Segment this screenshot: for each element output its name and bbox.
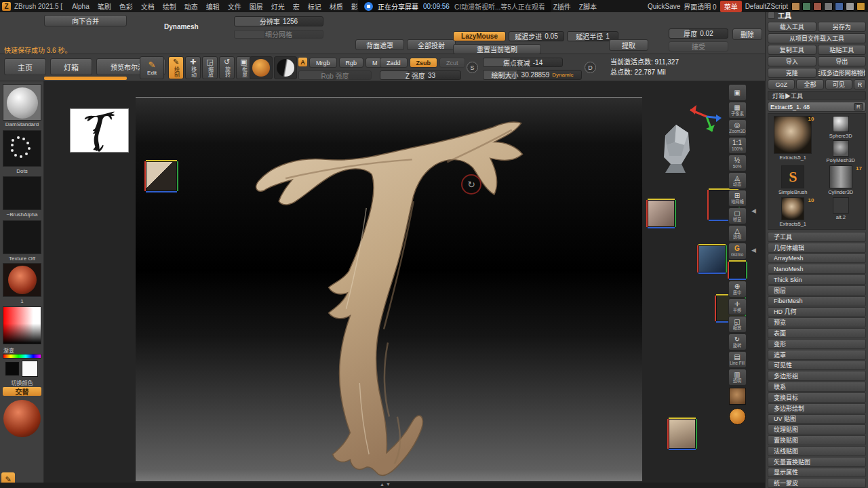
quicksave-button[interactable]: QuickSave	[648, 3, 680, 10]
tool-section-20[interactable]: 法线贴图	[768, 446, 866, 456]
tool-section-22[interactable]: 显示属性	[768, 468, 866, 478]
rotate-tool-icon[interactable]: ↺旋转	[219, 56, 235, 79]
zadd-button[interactable]: Zadd	[380, 58, 408, 68]
menu-item-4[interactable]: 绘制	[159, 1, 180, 12]
tool-section-8[interactable]: 预览	[768, 317, 866, 327]
canvas-scroll-arrows[interactable]: ▲▼	[380, 482, 392, 487]
lazy-step-slider[interactable]: 延迟步进0.05	[509, 31, 564, 41]
tool-thumb-sphere3d[interactable]: Sphere3D	[818, 116, 864, 139]
stroke-curve-icon[interactable]: S	[467, 62, 478, 73]
texture-slot-thumb[interactable]	[729, 262, 746, 279]
tool-section-2[interactable]: ArrayMesh	[768, 253, 866, 264]
copy-tool-button[interactable]: 复制工具	[768, 45, 816, 55]
zscript-name[interactable]: DefaultZScript	[745, 3, 788, 10]
tool-section-12[interactable]: 可见性	[768, 361, 866, 371]
active-tool-r-button[interactable]: R	[854, 103, 863, 110]
secondary-color-swatch[interactable]	[22, 361, 38, 377]
spotlight-thumb-6[interactable]	[669, 419, 696, 449]
current-material-button[interactable]	[250, 56, 273, 79]
lightbox-drag-bar[interactable]	[44, 77, 127, 80]
goz-button[interactable]: GoZ	[768, 79, 795, 89]
document-canvas[interactable]: ↻	[136, 97, 642, 481]
persp-icon[interactable]: △透视	[728, 225, 747, 242]
tool-thumb-extract-2[interactable]: 10 Extracts5_1	[770, 197, 816, 227]
sphere-slot-thumb[interactable]	[729, 408, 746, 425]
goz-visible-button[interactable]: 可见	[825, 79, 852, 89]
menu-item-6[interactable]: 编辑	[202, 1, 224, 12]
hue-strip[interactable]	[3, 354, 41, 359]
tool-section-11[interactable]: 遮罩	[768, 350, 866, 360]
lazymouse-button[interactable]: LazyMouse	[453, 31, 506, 41]
current-brush-thumb[interactable]	[3, 84, 41, 121]
extract-button[interactable]: 提取	[609, 39, 648, 51]
tool-section-0[interactable]: 子工具	[768, 232, 866, 242]
tool-section-21[interactable]: 矢量置换贴图	[768, 457, 866, 467]
transparency-icon[interactable]: ▥透明	[728, 369, 747, 386]
delete-button[interactable]: 删除	[732, 28, 762, 40]
center-icon[interactable]: ⊕居中	[728, 281, 747, 298]
focal-shift-slider[interactable]: 焦点衰减-14	[483, 58, 563, 67]
current-color-button[interactable]	[274, 56, 297, 79]
alpha-icon[interactable]	[846, 2, 854, 11]
alpha-preview-thumb[interactable]	[70, 108, 129, 152]
load-from-project-button[interactable]: 从项目文件载入工具	[768, 33, 866, 43]
goz-r-button[interactable]: R	[854, 79, 866, 89]
rotate-view-icon[interactable]: ↻旋转	[728, 333, 747, 350]
material-slot-thumb[interactable]	[729, 388, 746, 405]
tool-section-4[interactable]: Thick Skin	[768, 274, 866, 285]
tool-section-7[interactable]: HD 几何	[768, 307, 866, 317]
import-button[interactable]: 导入	[768, 56, 816, 66]
zcut-button[interactable]: Zcut	[439, 58, 465, 68]
gradient-icon[interactable]	[824, 2, 833, 11]
clone-button[interactable]: 克隆	[768, 68, 816, 78]
subpixel-icon[interactable]: ▦子像素	[728, 102, 747, 119]
tool-section-9[interactable]: 表面	[768, 328, 866, 338]
menu-item-11[interactable]: 标记	[304, 1, 326, 12]
lightbox-button[interactable]: 灯箱	[50, 58, 92, 75]
draw-tool-icon[interactable]: ✎绘制	[168, 56, 184, 79]
reset-brush-button[interactable]: 重置当前笔刷	[453, 44, 541, 54]
scale-tool-icon[interactable]: ◲缩放	[202, 56, 218, 79]
tool-section-1[interactable]: 几何体编辑	[768, 243, 866, 253]
tool-thumb-simplebrush[interactable]: S SimpleBrush	[770, 165, 816, 195]
doc-icon[interactable]	[856, 2, 865, 11]
menu-item-2[interactable]: 色彩	[115, 1, 137, 12]
zsub-button[interactable]: Zsub	[410, 58, 438, 68]
panel-collapse-arrow-1[interactable]: ◀	[751, 207, 756, 214]
panel-collapse-arrow-2[interactable]: ◀	[751, 247, 756, 253]
tool-thumb-polymesh3d[interactable]: PolyMesh3D	[818, 140, 864, 163]
subdivide-slider[interactable]: 细分网格	[234, 30, 323, 39]
menu-item-12[interactable]: 材质	[326, 1, 347, 12]
menu-item-8[interactable]: 图层	[245, 1, 267, 12]
make-polymesh3d-button[interactable]: 生成多边形网格物体	[818, 68, 867, 78]
ui-opacity-label[interactable]: 界面透明 0	[684, 1, 716, 12]
tool-section-10[interactable]: 变形	[768, 339, 866, 349]
tool-section-17[interactable]: UV 贴图	[768, 414, 866, 424]
tool-thumb-cylinder3d[interactable]: 17 Cylinder3D	[818, 165, 864, 195]
zoom3d-icon[interactable]: ◎Zoom3D	[728, 119, 747, 136]
current-alpha-thumb[interactable]	[3, 176, 41, 210]
material-icon[interactable]	[813, 2, 822, 11]
accept-button[interactable]: 接受	[669, 41, 728, 52]
menu-item-10[interactable]: 宏	[289, 1, 304, 12]
tool-section-13[interactable]: 多边形组	[768, 371, 866, 381]
tool-section-18[interactable]: 纹理贴图	[768, 424, 866, 434]
menu-item-22[interactable]: Z插件	[549, 1, 575, 12]
texture-icon[interactable]	[835, 2, 844, 11]
spotlight-thumb-2[interactable]	[648, 200, 675, 227]
goz-all-button[interactable]: 全部	[796, 79, 823, 89]
spotlight-thumb-4[interactable]	[698, 245, 726, 272]
menu-item-3[interactable]: 文档	[137, 1, 159, 12]
tool-section-6[interactable]: FiberMesh	[768, 296, 866, 306]
frame-icon[interactable]: ▢帧显	[728, 207, 747, 224]
floor-grid-icon[interactable]: ⊞地网格	[728, 190, 747, 207]
dynamic-size-icon[interactable]: D	[585, 62, 596, 73]
menu-item-1[interactable]: 笔刷	[94, 1, 115, 12]
active-tool-bar[interactable]: Extract5_1. 48 R	[768, 102, 866, 112]
paste-tool-button[interactable]: 粘贴工具	[818, 45, 867, 55]
export-button[interactable]: 导出	[818, 56, 867, 66]
scale-view-icon[interactable]: ◱缩放	[728, 316, 747, 333]
menu-item-9[interactable]: 灯光	[267, 1, 289, 12]
tool-section-16[interactable]: 多边形绘制	[768, 403, 866, 413]
merge-down-button[interactable]: 向下合并	[44, 15, 127, 26]
